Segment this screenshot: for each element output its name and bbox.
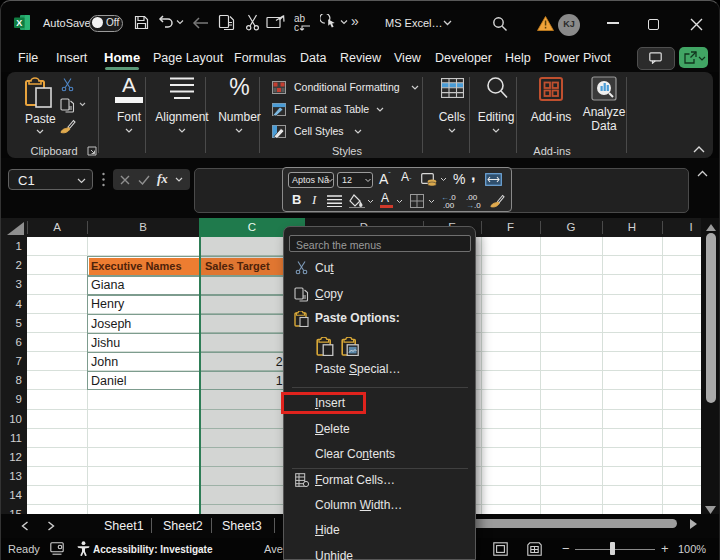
- svg-text:X: X: [16, 18, 22, 28]
- svg-text:c: c: [294, 22, 299, 33]
